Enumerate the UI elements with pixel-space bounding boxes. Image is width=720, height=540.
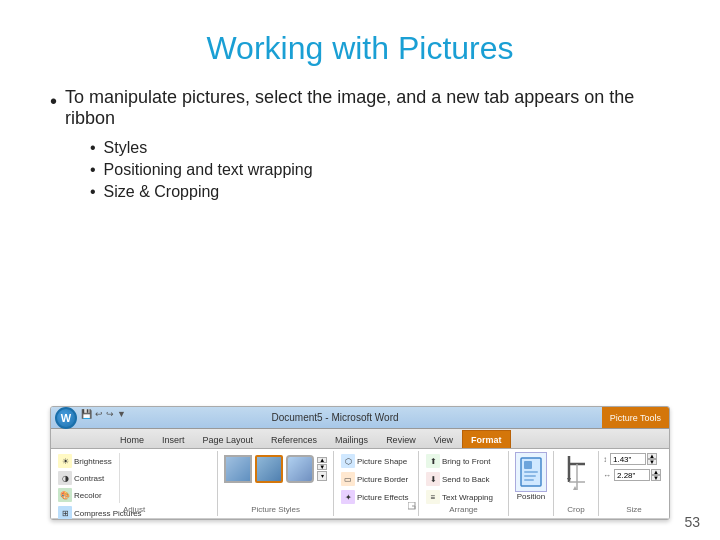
tab-review[interactable]: Review bbox=[377, 430, 425, 448]
tab-page-layout[interactable]: Page Layout bbox=[194, 430, 263, 448]
tab-mailings[interactable]: Mailings bbox=[326, 430, 377, 448]
tab-references[interactable]: References bbox=[262, 430, 326, 448]
page-number: 53 bbox=[684, 514, 700, 530]
tab-insert[interactable]: Insert bbox=[153, 430, 194, 448]
style-more[interactable]: ▾ bbox=[317, 471, 327, 481]
picture-shape-button[interactable]: ⬡ Picture Shape bbox=[338, 453, 410, 469]
brightness-button[interactable]: ☀ Brightness bbox=[55, 453, 115, 469]
height-down[interactable]: ▼ bbox=[647, 459, 657, 465]
picture-styles-label: Picture Styles bbox=[218, 505, 333, 514]
tab-home[interactable]: Home bbox=[111, 430, 153, 448]
pic-style-1[interactable] bbox=[224, 455, 252, 483]
office-button[interactable]: W bbox=[55, 407, 77, 429]
brightness-label: Brightness bbox=[74, 457, 112, 466]
text-wrapping-label: Text Wrapping bbox=[442, 493, 493, 502]
picture-tools-label: Picture Tools bbox=[602, 407, 669, 428]
qa-redo[interactable]: ↪ bbox=[106, 409, 114, 419]
picture-shape-label: Picture Shape bbox=[357, 457, 407, 466]
picture-style-arrows: ▲ ▼ ▾ bbox=[317, 457, 327, 481]
crop-label: Crop bbox=[554, 505, 598, 514]
height-row: ↕ ▲ ▼ bbox=[603, 453, 657, 465]
group-arrange: ⬆ Bring to Front ⬇ Send to Back ≡ Text W… bbox=[419, 451, 509, 516]
svg-rect-4 bbox=[524, 475, 536, 477]
quick-access-toolbar: 💾 ↩ ↪ ▼ bbox=[81, 409, 126, 419]
contrast-button[interactable]: ◑ Contrast bbox=[55, 470, 115, 486]
pic-style-2[interactable] bbox=[255, 455, 283, 483]
text-wrapping-icon: ≡ bbox=[426, 490, 440, 504]
group-picture-styles: ▲ ▼ ▾ Picture Styles bbox=[218, 451, 334, 516]
recolor-icon: 🎨 bbox=[58, 488, 72, 502]
sub-bullet-text-2: Positioning and text wrapping bbox=[104, 161, 313, 179]
svg-rect-2 bbox=[524, 461, 532, 469]
group-adjust: ☀ Brightness ◑ Contrast 🎨 Recolor bbox=[51, 451, 218, 516]
brightness-icon: ☀ bbox=[58, 454, 72, 468]
picture-options-content: ⬡ Picture Shape ▭ Picture Border ✦ Pictu… bbox=[338, 453, 414, 519]
position-button[interactable]: Position bbox=[515, 452, 547, 501]
picture-border-button[interactable]: ▭ Picture Border bbox=[338, 471, 411, 487]
tab-view[interactable]: View bbox=[425, 430, 462, 448]
size-content: ↕ ▲ ▼ ↔ ▲ ▼ bbox=[603, 453, 665, 495]
bring-to-front-button[interactable]: ⬆ Bring to Front bbox=[423, 453, 493, 469]
picture-style-thumbnails: ▲ ▼ ▾ bbox=[222, 453, 329, 485]
position-label: Position bbox=[517, 492, 545, 501]
height-spinner: ▲ ▼ bbox=[647, 453, 657, 465]
picture-options-dialog-launcher[interactable] bbox=[408, 496, 416, 514]
qa-undo[interactable]: ↩ bbox=[95, 409, 103, 419]
qa-more[interactable]: ▼ bbox=[117, 409, 126, 419]
picture-border-icon: ▭ bbox=[341, 472, 355, 486]
recolor-button[interactable]: 🎨 Recolor bbox=[55, 487, 115, 503]
ribbon-titlebar: W 💾 ↩ ↪ ▼ Document5 - Microsoft Word Pic… bbox=[51, 407, 669, 429]
crop-content bbox=[562, 453, 590, 507]
width-row: ↔ ▲ ▼ bbox=[603, 469, 661, 481]
sub-bullet-3: • Size & Cropping bbox=[90, 183, 670, 201]
bring-front-label: Bring to Front bbox=[442, 457, 490, 466]
text-wrapping-button[interactable]: ≡ Text Wrapping bbox=[423, 489, 496, 505]
svg-rect-3 bbox=[524, 471, 538, 473]
picture-shape-icon: ⬡ bbox=[341, 454, 355, 468]
height-input[interactable] bbox=[610, 453, 646, 465]
slide: Working with Pictures • To manipulate pi… bbox=[0, 0, 720, 540]
sub-dot-2: • bbox=[90, 161, 96, 179]
height-icon: ↕ bbox=[603, 455, 607, 464]
picture-border-label: Picture Border bbox=[357, 475, 408, 484]
group-position: Position bbox=[509, 451, 554, 516]
contrast-icon: ◑ bbox=[58, 471, 72, 485]
send-back-label: Send to Back bbox=[442, 475, 490, 484]
style-down[interactable]: ▼ bbox=[317, 464, 327, 470]
send-back-icon: ⬇ bbox=[426, 472, 440, 486]
sub-dot-1: • bbox=[90, 139, 96, 157]
picture-effects-icon: ✦ bbox=[341, 490, 355, 504]
contrast-label: Contrast bbox=[74, 474, 104, 483]
qa-save[interactable]: 💾 bbox=[81, 409, 92, 419]
adjust-label: Adjust bbox=[51, 505, 217, 514]
ribbon-tabs: Home Insert Page Layout References Maili… bbox=[51, 429, 669, 449]
width-spinner: ▲ ▼ bbox=[651, 469, 661, 481]
slide-content: • To manipulate pictures, select the ima… bbox=[50, 87, 670, 396]
sub-dot-3: • bbox=[90, 183, 96, 201]
group-size: ↕ ▲ ▼ ↔ ▲ ▼ bbox=[599, 451, 669, 516]
ribbon: W 💾 ↩ ↪ ▼ Document5 - Microsoft Word Pic… bbox=[50, 406, 670, 520]
width-icon: ↔ bbox=[603, 471, 611, 480]
picture-styles-content: ▲ ▼ ▾ bbox=[222, 453, 329, 499]
tab-format[interactable]: Format bbox=[462, 430, 511, 448]
width-input[interactable] bbox=[614, 469, 650, 481]
sub-bullets: • Styles • Positioning and text wrapping… bbox=[90, 139, 670, 201]
send-to-back-button[interactable]: ⬇ Send to Back bbox=[423, 471, 493, 487]
position-icon bbox=[515, 452, 547, 492]
recolor-label: Recolor bbox=[74, 491, 102, 500]
bullet-dot: • bbox=[50, 87, 57, 115]
picture-effects-button[interactable]: ✦ Picture Effects bbox=[338, 489, 411, 505]
main-bullet: • To manipulate pictures, select the ima… bbox=[50, 87, 670, 129]
document-title: Document5 - Microsoft Word bbox=[57, 412, 613, 423]
sub-bullet-1: • Styles bbox=[90, 139, 670, 157]
document-title-text: Document5 - Microsoft Word bbox=[271, 412, 398, 423]
sub-bullet-text-1: Styles bbox=[104, 139, 148, 157]
style-up[interactable]: ▲ bbox=[317, 457, 327, 463]
crop-button[interactable] bbox=[562, 453, 590, 493]
size-label: Size bbox=[599, 505, 669, 514]
picture-effects-label: Picture Effects bbox=[357, 493, 408, 502]
sub-bullet-2: • Positioning and text wrapping bbox=[90, 161, 670, 179]
pic-style-3[interactable] bbox=[286, 455, 314, 483]
svg-rect-5 bbox=[524, 479, 534, 481]
width-down[interactable]: ▼ bbox=[651, 475, 661, 481]
